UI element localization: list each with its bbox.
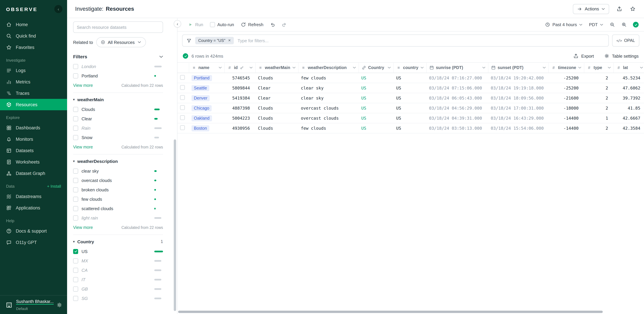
time-range-selector[interactable]: Past 4 hours	[542, 19, 585, 30]
column-header-country[interactable]: ≡country	[394, 62, 426, 73]
sidebar-collapse-button[interactable]: ‹	[54, 5, 62, 13]
actions-button[interactable]: Actions	[573, 4, 609, 14]
filter-option-scattered-clouds[interactable]: scattered clouds	[73, 204, 163, 213]
column-header-type[interactable]: #type	[584, 62, 614, 73]
sidebar-item-home[interactable]: Home	[0, 19, 67, 30]
column-header-timezone[interactable]: #timezone	[548, 62, 584, 73]
refresh-button[interactable]: Refresh	[238, 19, 266, 30]
checkbox[interactable]	[73, 206, 78, 211]
checkbox[interactable]	[73, 258, 78, 263]
sidebar-item-datastreams[interactable]: Datastreams	[0, 191, 67, 202]
filter-option-gb[interactable]: GB	[73, 284, 163, 294]
install-link[interactable]: + Install	[47, 184, 61, 189]
filter-option-light-rain[interactable]: light rain	[73, 213, 163, 223]
column-header-lat[interactable]: #lat	[614, 62, 644, 73]
filter-option-london[interactable]: London	[73, 62, 163, 71]
filter-chip[interactable]: Country = "US" ✕	[195, 37, 234, 44]
sidebar-item-dashboards[interactable]: Dashboards	[0, 122, 67, 133]
sidebar-item-applications[interactable]: Applications	[0, 202, 67, 214]
checkbox[interactable]	[73, 64, 78, 69]
column-header-sunset-pdt[interactable]: sunset (PDT)	[488, 62, 548, 73]
zoom-out-button[interactable]	[607, 19, 618, 30]
row-checkbox[interactable]	[180, 125, 185, 130]
sidebar-item-worksheets[interactable]: Worksheets	[0, 156, 67, 168]
sidebar-item-resources[interactable]: Resources	[0, 99, 67, 110]
checkbox[interactable]	[73, 249, 78, 254]
column-header-id[interactable]: #id	[224, 62, 255, 73]
scrollbar-thumb[interactable]	[174, 139, 176, 311]
filter-option-clear[interactable]: Clear	[73, 114, 163, 123]
sidebar-item-logs[interactable]: Logs	[0, 65, 67, 76]
filter-option-clear-sky[interactable]: clear sky	[73, 166, 163, 176]
column-header-weatherdescription[interactable]: ≡weatherDescription	[298, 62, 358, 73]
sidebar-item-quick-find[interactable]: Quick find	[0, 30, 67, 41]
name-link[interactable]: Seattle	[192, 85, 209, 91]
filter-input-bar[interactable]: Country = "US" ✕ Type for filters...	[182, 34, 608, 46]
checkbox[interactable]	[73, 73, 78, 78]
filters-section-title[interactable]: Filters	[73, 54, 163, 59]
remove-filter-icon[interactable]: ✕	[228, 39, 231, 42]
view-more-link[interactable]: View more	[73, 225, 93, 230]
column-header-sunrise-pdt[interactable]: sunrise (PDT)	[426, 62, 488, 73]
filter-option-few-clouds[interactable]: few clouds	[73, 194, 163, 204]
row-checkbox[interactable]	[180, 105, 185, 110]
filter-section-header-country[interactable]: ▾Country1	[73, 237, 163, 247]
timezone-selector[interactable]: PDT	[586, 19, 606, 30]
filter-option-it[interactable]: IT	[73, 275, 163, 284]
name-link[interactable]: Denver	[192, 95, 210, 101]
filter-option-overcast-clouds[interactable]: overcast clouds	[73, 176, 163, 185]
view-more-link[interactable]: View more	[73, 145, 93, 149]
horizontal-scrollbar[interactable]	[178, 310, 644, 314]
checkbox[interactable]	[73, 107, 78, 112]
row-checkbox[interactable]	[180, 115, 185, 120]
sidebar-item-dataset-graph[interactable]: Dataset Graph	[0, 168, 67, 179]
row-checkbox[interactable]	[180, 75, 185, 80]
checkbox[interactable]	[73, 168, 78, 173]
name-link[interactable]: Oakland	[192, 115, 212, 121]
filter-section-header-weatherdescription[interactable]: ▾weatherDescription	[73, 156, 163, 166]
name-link[interactable]: Boston	[192, 125, 209, 131]
row-checkbox[interactable]	[180, 85, 185, 90]
sidebar-item-datasets[interactable]: Datasets	[0, 145, 67, 156]
settings-gear-icon[interactable]	[56, 302, 62, 308]
column-header-country[interactable]: Country	[358, 62, 394, 73]
column-header-name[interactable]: ≡name	[189, 62, 224, 73]
export-button[interactable]: Export	[573, 53, 594, 59]
filter-section-header-weathermain[interactable]: ▾weatherMain	[73, 94, 163, 105]
filter-option-clouds[interactable]: Clouds	[73, 105, 163, 114]
checkbox[interactable]	[73, 125, 78, 131]
checkbox[interactable]	[73, 286, 78, 291]
filter-option-rain[interactable]: Rain	[73, 123, 163, 133]
favorite-star-icon[interactable]	[629, 5, 636, 12]
name-link[interactable]: Portland	[192, 75, 212, 81]
redo-button[interactable]	[279, 19, 290, 30]
filter-option-portland[interactable]: Portland	[73, 71, 163, 80]
scrollbar-thumb[interactable]	[178, 311, 603, 313]
checkbox[interactable]	[73, 178, 78, 183]
checkbox[interactable]	[73, 197, 78, 202]
checkbox[interactable]	[73, 187, 78, 192]
undo-button[interactable]	[267, 19, 278, 30]
user-panel[interactable]: Sushanth Bhaskar... Default	[0, 295, 67, 314]
filter-option-sg[interactable]: SG	[73, 294, 163, 303]
filter-option-broken-clouds[interactable]: broken clouds	[73, 185, 163, 194]
related-to-selector[interactable]: All Resources	[96, 37, 146, 47]
filter-option-us[interactable]: US	[73, 247, 163, 256]
filter-input-placeholder[interactable]: Type for filters...	[238, 38, 269, 43]
checkbox[interactable]	[73, 268, 78, 273]
view-more-link[interactable]: View more	[73, 83, 93, 88]
checkbox[interactable]	[210, 22, 215, 27]
sidebar-item-o11y-gpt[interactable]: O11y GPT	[0, 237, 67, 248]
checkbox[interactable]	[73, 135, 78, 140]
share-icon[interactable]	[616, 5, 622, 12]
run-button[interactable]: Run	[185, 19, 206, 30]
sidebar-item-monitors[interactable]: Monitors	[0, 133, 67, 145]
row-checkbox[interactable]	[180, 95, 185, 100]
dataset-search-input[interactable]	[73, 21, 163, 33]
checkbox[interactable]	[73, 277, 78, 282]
checkbox[interactable]	[73, 116, 78, 121]
panel-collapse-button[interactable]: ‹	[174, 20, 181, 27]
sidebar-item-metrics[interactable]: Metrics	[0, 76, 67, 87]
table-settings-button[interactable]: Table settings	[604, 53, 639, 59]
column-header-weathermain[interactable]: ≡weatherMain	[255, 62, 298, 73]
